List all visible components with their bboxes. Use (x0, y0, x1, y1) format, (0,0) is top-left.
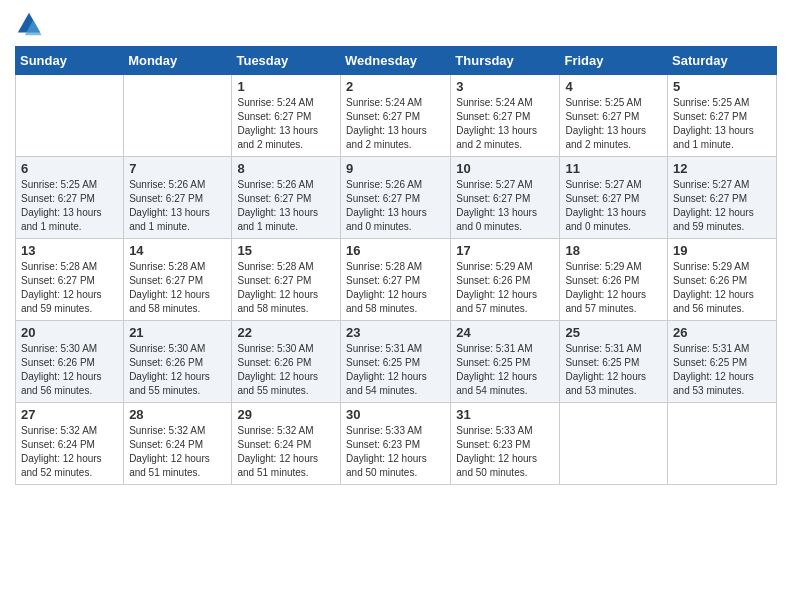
calendar-day-1: 1Sunrise: 5:24 AM Sunset: 6:27 PM Daylig… (232, 75, 341, 157)
calendar-week-row: 13Sunrise: 5:28 AM Sunset: 6:27 PM Dayli… (16, 239, 777, 321)
day-number: 7 (129, 161, 226, 176)
day-number: 23 (346, 325, 445, 340)
day-info: Sunrise: 5:33 AM Sunset: 6:23 PM Dayligh… (346, 424, 445, 480)
weekday-header-tuesday: Tuesday (232, 47, 341, 75)
calendar-day-10: 10Sunrise: 5:27 AM Sunset: 6:27 PM Dayli… (451, 157, 560, 239)
calendar-day-26: 26Sunrise: 5:31 AM Sunset: 6:25 PM Dayli… (668, 321, 777, 403)
day-number: 11 (565, 161, 662, 176)
calendar-day-19: 19Sunrise: 5:29 AM Sunset: 6:26 PM Dayli… (668, 239, 777, 321)
day-number: 29 (237, 407, 335, 422)
day-number: 31 (456, 407, 554, 422)
day-info: Sunrise: 5:31 AM Sunset: 6:25 PM Dayligh… (673, 342, 771, 398)
day-info: Sunrise: 5:29 AM Sunset: 6:26 PM Dayligh… (456, 260, 554, 316)
day-number: 5 (673, 79, 771, 94)
day-info: Sunrise: 5:25 AM Sunset: 6:27 PM Dayligh… (21, 178, 118, 234)
page: SundayMondayTuesdayWednesdayThursdayFrid… (0, 0, 792, 612)
day-info: Sunrise: 5:26 AM Sunset: 6:27 PM Dayligh… (237, 178, 335, 234)
day-info: Sunrise: 5:32 AM Sunset: 6:24 PM Dayligh… (237, 424, 335, 480)
day-info: Sunrise: 5:24 AM Sunset: 6:27 PM Dayligh… (237, 96, 335, 152)
calendar-week-row: 20Sunrise: 5:30 AM Sunset: 6:26 PM Dayli… (16, 321, 777, 403)
day-number: 18 (565, 243, 662, 258)
logo-icon (15, 10, 43, 38)
day-info: Sunrise: 5:30 AM Sunset: 6:26 PM Dayligh… (129, 342, 226, 398)
calendar-day-8: 8Sunrise: 5:26 AM Sunset: 6:27 PM Daylig… (232, 157, 341, 239)
day-number: 10 (456, 161, 554, 176)
calendar-day-9: 9Sunrise: 5:26 AM Sunset: 6:27 PM Daylig… (341, 157, 451, 239)
calendar-day-14: 14Sunrise: 5:28 AM Sunset: 6:27 PM Dayli… (124, 239, 232, 321)
day-info: Sunrise: 5:33 AM Sunset: 6:23 PM Dayligh… (456, 424, 554, 480)
calendar-day-15: 15Sunrise: 5:28 AM Sunset: 6:27 PM Dayli… (232, 239, 341, 321)
day-info: Sunrise: 5:29 AM Sunset: 6:26 PM Dayligh… (673, 260, 771, 316)
day-number: 15 (237, 243, 335, 258)
day-info: Sunrise: 5:28 AM Sunset: 6:27 PM Dayligh… (129, 260, 226, 316)
day-info: Sunrise: 5:27 AM Sunset: 6:27 PM Dayligh… (565, 178, 662, 234)
calendar-day-23: 23Sunrise: 5:31 AM Sunset: 6:25 PM Dayli… (341, 321, 451, 403)
day-number: 6 (21, 161, 118, 176)
day-number: 13 (21, 243, 118, 258)
calendar-table: SundayMondayTuesdayWednesdayThursdayFrid… (15, 46, 777, 485)
logo (15, 10, 47, 38)
calendar-day-29: 29Sunrise: 5:32 AM Sunset: 6:24 PM Dayli… (232, 403, 341, 485)
day-info: Sunrise: 5:24 AM Sunset: 6:27 PM Dayligh… (346, 96, 445, 152)
weekday-header-friday: Friday (560, 47, 668, 75)
day-number: 19 (673, 243, 771, 258)
calendar-day-7: 7Sunrise: 5:26 AM Sunset: 6:27 PM Daylig… (124, 157, 232, 239)
day-info: Sunrise: 5:28 AM Sunset: 6:27 PM Dayligh… (237, 260, 335, 316)
day-info: Sunrise: 5:29 AM Sunset: 6:26 PM Dayligh… (565, 260, 662, 316)
day-info: Sunrise: 5:27 AM Sunset: 6:27 PM Dayligh… (456, 178, 554, 234)
calendar-day-25: 25Sunrise: 5:31 AM Sunset: 6:25 PM Dayli… (560, 321, 668, 403)
calendar-day-16: 16Sunrise: 5:28 AM Sunset: 6:27 PM Dayli… (341, 239, 451, 321)
day-number: 28 (129, 407, 226, 422)
weekday-header-thursday: Thursday (451, 47, 560, 75)
day-number: 14 (129, 243, 226, 258)
day-number: 24 (456, 325, 554, 340)
header (15, 10, 777, 38)
day-info: Sunrise: 5:26 AM Sunset: 6:27 PM Dayligh… (129, 178, 226, 234)
calendar-day-5: 5Sunrise: 5:25 AM Sunset: 6:27 PM Daylig… (668, 75, 777, 157)
day-number: 1 (237, 79, 335, 94)
day-info: Sunrise: 5:28 AM Sunset: 6:27 PM Dayligh… (21, 260, 118, 316)
calendar-day-20: 20Sunrise: 5:30 AM Sunset: 6:26 PM Dayli… (16, 321, 124, 403)
calendar-day-18: 18Sunrise: 5:29 AM Sunset: 6:26 PM Dayli… (560, 239, 668, 321)
day-number: 22 (237, 325, 335, 340)
calendar-header-row: SundayMondayTuesdayWednesdayThursdayFrid… (16, 47, 777, 75)
weekday-header-saturday: Saturday (668, 47, 777, 75)
day-info: Sunrise: 5:30 AM Sunset: 6:26 PM Dayligh… (237, 342, 335, 398)
day-info: Sunrise: 5:27 AM Sunset: 6:27 PM Dayligh… (673, 178, 771, 234)
calendar-day-31: 31Sunrise: 5:33 AM Sunset: 6:23 PM Dayli… (451, 403, 560, 485)
calendar-empty-cell (668, 403, 777, 485)
day-number: 9 (346, 161, 445, 176)
day-number: 27 (21, 407, 118, 422)
day-number: 21 (129, 325, 226, 340)
weekday-header-wednesday: Wednesday (341, 47, 451, 75)
calendar-empty-cell (124, 75, 232, 157)
calendar-week-row: 1Sunrise: 5:24 AM Sunset: 6:27 PM Daylig… (16, 75, 777, 157)
calendar-empty-cell (16, 75, 124, 157)
calendar-day-30: 30Sunrise: 5:33 AM Sunset: 6:23 PM Dayli… (341, 403, 451, 485)
calendar-day-12: 12Sunrise: 5:27 AM Sunset: 6:27 PM Dayli… (668, 157, 777, 239)
calendar-day-17: 17Sunrise: 5:29 AM Sunset: 6:26 PM Dayli… (451, 239, 560, 321)
calendar-day-3: 3Sunrise: 5:24 AM Sunset: 6:27 PM Daylig… (451, 75, 560, 157)
day-number: 12 (673, 161, 771, 176)
day-number: 26 (673, 325, 771, 340)
day-number: 2 (346, 79, 445, 94)
day-number: 16 (346, 243, 445, 258)
calendar-day-4: 4Sunrise: 5:25 AM Sunset: 6:27 PM Daylig… (560, 75, 668, 157)
day-info: Sunrise: 5:30 AM Sunset: 6:26 PM Dayligh… (21, 342, 118, 398)
calendar-day-24: 24Sunrise: 5:31 AM Sunset: 6:25 PM Dayli… (451, 321, 560, 403)
day-info: Sunrise: 5:31 AM Sunset: 6:25 PM Dayligh… (346, 342, 445, 398)
day-info: Sunrise: 5:26 AM Sunset: 6:27 PM Dayligh… (346, 178, 445, 234)
day-number: 25 (565, 325, 662, 340)
calendar-empty-cell (560, 403, 668, 485)
day-number: 17 (456, 243, 554, 258)
day-info: Sunrise: 5:31 AM Sunset: 6:25 PM Dayligh… (565, 342, 662, 398)
day-number: 4 (565, 79, 662, 94)
weekday-header-monday: Monday (124, 47, 232, 75)
day-info: Sunrise: 5:28 AM Sunset: 6:27 PM Dayligh… (346, 260, 445, 316)
day-info: Sunrise: 5:25 AM Sunset: 6:27 PM Dayligh… (565, 96, 662, 152)
calendar-week-row: 6Sunrise: 5:25 AM Sunset: 6:27 PM Daylig… (16, 157, 777, 239)
calendar-day-11: 11Sunrise: 5:27 AM Sunset: 6:27 PM Dayli… (560, 157, 668, 239)
day-number: 3 (456, 79, 554, 94)
day-info: Sunrise: 5:32 AM Sunset: 6:24 PM Dayligh… (21, 424, 118, 480)
day-number: 30 (346, 407, 445, 422)
